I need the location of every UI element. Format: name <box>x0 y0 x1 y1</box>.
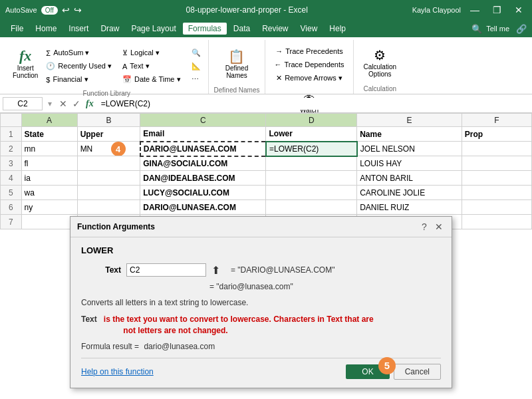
cancel-formula-icon[interactable]: ✕ <box>57 98 69 109</box>
dialog-footer: Help on this function OK Cancel 5 <box>81 358 441 380</box>
cell-a4[interactable]: ia <box>21 171 77 186</box>
menu-review[interactable]: Review <box>257 23 293 35</box>
col-header-a[interactable]: A <box>21 114 77 127</box>
text-button[interactable]: A Text ▾ <box>119 60 184 72</box>
menu-data[interactable]: Data <box>228 23 255 35</box>
math-button[interactable]: 📐 <box>188 60 204 72</box>
search-icon[interactable]: 🔍 <box>471 24 482 34</box>
autosum-button[interactable]: Σ AutoSum ▾ <box>43 47 115 59</box>
cell-e4[interactable]: ANTON BARIL <box>357 171 462 186</box>
restore-button[interactable]: ❐ <box>489 3 505 17</box>
minimize-button[interactable]: — <box>466 3 483 17</box>
cell-b6[interactable] <box>77 200 140 215</box>
row-num-1: 1 <box>1 127 22 142</box>
cell-e3[interactable]: LOUIS HAY <box>357 156 462 171</box>
col-header-b[interactable]: B <box>77 114 140 127</box>
cell-c3[interactable]: GINA@SOCIALU.COM <box>140 156 266 171</box>
dialog-help-link[interactable]: Help on this function <box>81 367 154 376</box>
cell-e2[interactable]: JOEL NELSON <box>357 142 462 156</box>
defined-names-button[interactable]: 📋 DefinedNames <box>219 47 254 82</box>
cell-e5[interactable]: CAROLINE JOLIE <box>357 186 462 200</box>
cell-d5[interactable] <box>266 186 357 200</box>
cell-d6[interactable] <box>266 200 357 215</box>
remove-arrows-button[interactable]: ✕ Remove Arrows ▾ <box>273 72 346 84</box>
cell-a2[interactable]: mn <box>21 142 77 156</box>
calculation-options-button[interactable]: ⚙ CalculationOptions <box>359 45 401 81</box>
confirm-formula-icon[interactable]: ✓ <box>70 98 82 109</box>
calc-options-label: CalculationOptions <box>364 63 396 78</box>
dialog-text-input[interactable] <box>126 263 206 277</box>
dialog-help-button[interactable]: ? <box>418 221 430 233</box>
menu-help[interactable]: Help <box>324 23 351 35</box>
cell-f7[interactable] <box>462 215 531 229</box>
menu-home[interactable]: Home <box>30 23 62 35</box>
cell-reference-box[interactable] <box>3 97 43 110</box>
col-header-e[interactable]: E <box>357 114 462 127</box>
menu-view[interactable]: View <box>295 23 323 35</box>
ribbon-group-defined-names: 📋 DefinedNames Defined Names <box>209 40 266 94</box>
redo-icon[interactable]: ↪ <box>74 5 82 15</box>
cell-b2[interactable]: MN 4 <box>77 142 140 156</box>
col-header-f[interactable]: F <box>462 114 531 127</box>
col-header-c[interactable]: C <box>140 114 266 127</box>
dialog-text-field-row: Text ⬆ = "DARIO@LUNASEA.COM" <box>81 263 441 277</box>
ribbon-buttons-dn: 📋 DefinedNames <box>219 44 254 85</box>
cell-a7[interactable] <box>21 215 77 229</box>
close-button[interactable]: ✕ <box>511 3 527 17</box>
cell-a5[interactable]: wa <box>21 186 77 200</box>
lookup-button[interactable]: 🔍 <box>188 47 204 59</box>
cell-f5[interactable] <box>462 186 531 200</box>
cell-d2[interactable]: =LOWER(C2) <box>266 142 357 156</box>
dialog-upload-icon[interactable]: ⬆ <box>211 264 220 277</box>
undo-icon[interactable]: ↩ <box>62 5 70 15</box>
cell-c6[interactable]: DARIO@LUNASEA.COM <box>140 200 266 215</box>
cell-b5[interactable] <box>77 186 140 200</box>
title-bar-right: Kayla Claypool — ❐ ✕ <box>412 3 527 17</box>
insert-function-button[interactable]: fx InsertFunction <box>9 45 41 82</box>
dialog-cancel-button[interactable]: Cancel <box>394 364 441 380</box>
cell-f2[interactable] <box>462 142 531 156</box>
logical-button[interactable]: ⊻ Logical ▾ <box>119 47 184 59</box>
cell-c2[interactable]: DARIO@LUNASEA.COM <box>140 142 266 156</box>
dialog-help-text-label: Text <box>81 315 97 324</box>
datetime-button[interactable]: 📅 Date & Time ▾ <box>119 73 184 86</box>
trace-dependents-button[interactable]: ← Trace Dependents <box>271 59 347 70</box>
table-row: 6 ny DARIO@LUNASEA.COM DANIEL RUIZ <box>1 200 532 215</box>
header-email: Email <box>140 127 266 142</box>
cell-f3[interactable] <box>462 156 531 171</box>
cell-a3[interactable]: fl <box>21 156 77 171</box>
ribbon-buttons-calc: ⚙ CalculationOptions <box>359 43 401 84</box>
trace-precedents-button[interactable]: → Trace Precedents <box>272 45 346 57</box>
recently-used-button[interactable]: 🕐 Recently Used ▾ <box>43 60 115 72</box>
menu-draw[interactable]: Draw <box>95 23 124 35</box>
cell-f4[interactable] <box>462 171 531 186</box>
cell-b4[interactable] <box>77 171 140 186</box>
dialog-button-group: OK Cancel 5 <box>346 364 441 380</box>
autosave-toggle[interactable]: Off <box>41 6 58 15</box>
formula-input[interactable] <box>98 98 529 110</box>
cell-b3[interactable] <box>77 156 140 171</box>
calc-options-icon: ⚙ <box>374 49 386 62</box>
menu-insert[interactable]: Insert <box>63 23 94 35</box>
menu-file[interactable]: File <box>5 23 29 35</box>
share-icon[interactable]: 🔗 <box>516 24 527 34</box>
autosave-label: AutoSave <box>5 6 37 14</box>
col-header-d[interactable]: D <box>266 114 357 127</box>
search-tell-me[interactable]: Tell me <box>486 25 509 33</box>
cell-a6[interactable]: ny <box>21 200 77 215</box>
cell-d4[interactable] <box>266 171 357 186</box>
menu-pagelayout[interactable]: Page Layout <box>126 23 181 35</box>
data-header-row: 1 State Upper Email Lower Name Prop <box>1 127 532 142</box>
cell-c4[interactable]: DAN@IDEALBASE.COM <box>140 171 266 186</box>
row-num-6: 6 <box>1 200 22 215</box>
dialog-func-name: LOWER <box>81 245 441 255</box>
fx-formula-icon[interactable]: fx <box>84 98 96 109</box>
more-functions-button[interactable]: ⋯ <box>188 73 204 86</box>
menu-formulas[interactable]: Formulas <box>183 23 227 35</box>
cell-e6[interactable]: DANIEL RUIZ <box>357 200 462 215</box>
cell-d3[interactable] <box>266 156 357 171</box>
cell-f6[interactable] <box>462 200 531 215</box>
dialog-close-button[interactable]: ✕ <box>433 221 445 233</box>
cell-c5[interactable]: LUCY@SOCIALU.COM <box>140 186 266 200</box>
financial-button[interactable]: $ Financial ▾ <box>43 73 115 86</box>
